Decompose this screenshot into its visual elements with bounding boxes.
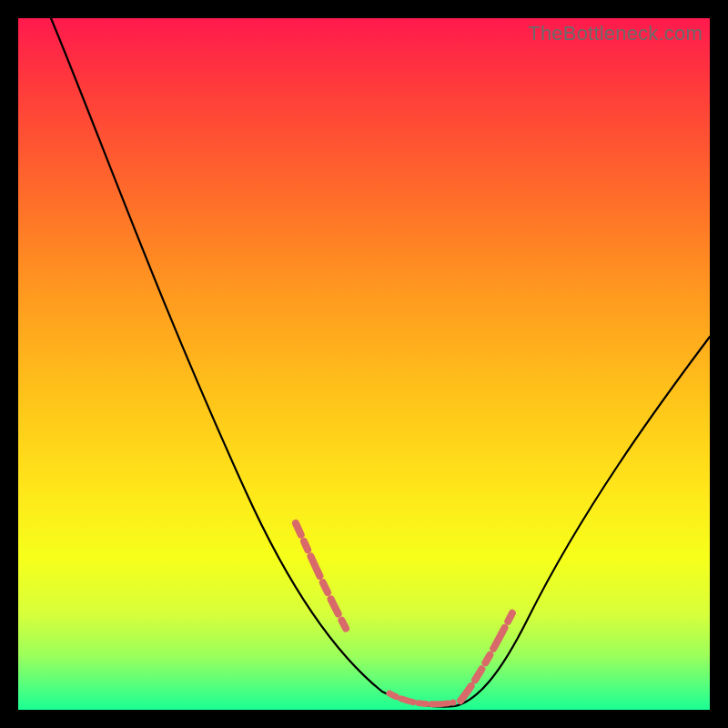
- highlight-right: [460, 573, 532, 701]
- chart-plot-area: TheBottleneck.com: [18, 18, 710, 710]
- chart-frame: TheBottleneck.com: [0, 0, 728, 728]
- highlight-left: [296, 523, 382, 687]
- curve-path: [51, 18, 710, 707]
- highlight-valley: [389, 693, 453, 704]
- bottleneck-curve: [18, 18, 710, 710]
